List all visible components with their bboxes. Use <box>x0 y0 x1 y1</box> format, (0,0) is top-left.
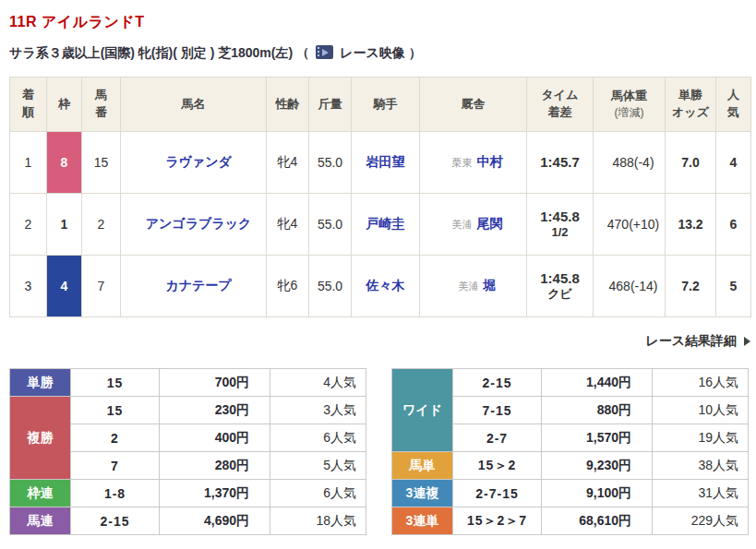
combo: 7 <box>71 452 160 480</box>
payout-popularity: 229人気 <box>653 507 749 535</box>
video-play-icon <box>316 45 333 59</box>
region-label: 美浦 <box>459 280 479 292</box>
jockey-cell: 佐々木 <box>352 256 420 317</box>
bet-type-umatan: 馬単 <box>392 452 453 480</box>
payout-amount: 280円 <box>160 452 270 480</box>
horse-name-cell: アンゴラブラック <box>121 194 267 256</box>
jockey-cell: 戸崎圭 <box>352 194 420 256</box>
finish-position: 3 <box>10 256 47 317</box>
chevron-right-icon <box>744 337 750 346</box>
race-results-table: 着順 枠 馬番 馬名 性齢 斤量 騎手 厩舎 タイム着差 馬体重(増減) 単勝オ… <box>9 77 751 317</box>
col-header-popularity: 人気 <box>716 78 751 132</box>
bet-type-umaren: 馬連 <box>10 507 71 535</box>
col-header-win-odds: 単勝オッズ <box>666 78 716 132</box>
payout-popularity: 6人気 <box>270 424 366 452</box>
jockey-link[interactable]: 佐々木 <box>366 278 405 292</box>
detail-link-row: レース結果詳細 <box>9 332 750 350</box>
waku-badge: 1 <box>47 194 82 256</box>
carried-weight: 55.0 <box>309 132 352 194</box>
body-weight: 488(-4) <box>594 132 666 194</box>
time-margin-cell: 1:45.7 <box>527 132 594 194</box>
bet-type-wakuren: 枠連 <box>10 480 71 507</box>
region-label: 栗東 <box>452 157 473 168</box>
col-header-jockey: 騎手 <box>352 78 420 132</box>
payout-row-umaren: 馬連 2-15 4,690円 18人気 <box>10 507 366 535</box>
payout-row-sanrenpuku: 3連複 2-7-15 9,100円 31人気 <box>392 480 749 507</box>
bet-type-tansho: 単勝 <box>10 369 71 397</box>
payout-amount: 1,570円 <box>542 424 653 452</box>
waku-badge: 4 <box>47 256 82 317</box>
payout-popularity: 16人気 <box>653 369 749 397</box>
win-odds: 7.0 <box>666 132 716 194</box>
payout-popularity: 6人気 <box>270 480 366 507</box>
result-row-1: 1 8 15 ラヴァンダ 牝4 55.0 岩田望 栗東中村 1:45.7 488… <box>10 132 751 194</box>
bet-type-fukusho: 複勝 <box>10 397 71 480</box>
trainer-link[interactable]: 中村 <box>477 154 503 169</box>
win-odds: 7.2 <box>666 256 716 317</box>
col-header-body-weight: 馬体重(増減) <box>594 78 666 132</box>
waku-badge: 8 <box>47 132 82 194</box>
payout-popularity: 5人気 <box>270 452 366 480</box>
results-header-row: 着順 枠 馬番 馬名 性齢 斤量 騎手 厩舎 タイム着差 馬体重(増減) 単勝オ… <box>10 78 751 132</box>
col-header-finish: 着順 <box>10 78 47 132</box>
combo: 2 <box>71 424 160 452</box>
region-label: 美浦 <box>452 219 473 230</box>
combo: 2-15 <box>453 369 542 397</box>
bet-type-wide: ワイド <box>392 369 453 452</box>
combo: 15 <box>71 369 160 397</box>
col-header-stable: 厩舎 <box>420 78 527 132</box>
payout-amount: 68,610円 <box>542 507 653 535</box>
col-header-time-margin: タイム着差 <box>527 78 594 132</box>
col-header-horse-number: 馬番 <box>82 78 121 132</box>
race-conditions-row: サラ系３歳以上(国際) 牝(指)( 別定 ) 芝1800m(左) （ レース映像… <box>9 45 749 62</box>
horse-name-link[interactable]: ラヴァンダ <box>165 154 232 169</box>
paren-close: ） <box>409 45 422 62</box>
payout-amount: 4,690円 <box>160 507 270 535</box>
payout-row-tansho: 単勝 15 700円 4人気 <box>10 369 366 397</box>
horse-name-link[interactable]: カナテープ <box>165 278 231 292</box>
stable-cell: 美浦尾関 <box>420 194 527 256</box>
col-header-horse-name: 馬名 <box>121 78 267 132</box>
race-video-link[interactable] <box>313 45 336 62</box>
trainer-link[interactable]: 堀 <box>484 278 497 292</box>
payout-amount: 1,370円 <box>160 480 270 507</box>
horse-name-link[interactable]: アンゴラブラック <box>146 216 252 231</box>
race-conditions-text: サラ系３歳以上(国際) 牝(指)( 別定 ) 芝1800m(左) <box>9 45 293 62</box>
combo: 15＞2 <box>453 452 542 480</box>
stable-cell: 美浦堀 <box>420 256 527 317</box>
jockey-link[interactable]: 岩田望 <box>366 154 405 169</box>
finish-position: 1 <box>10 132 47 194</box>
horse-number: 15 <box>82 132 121 194</box>
col-header-sex-age: 性齢 <box>267 78 309 132</box>
race-result-detail-link[interactable]: レース結果詳細 <box>645 333 750 350</box>
payout-amount: 9,230円 <box>542 452 653 480</box>
payout-popularity: 31人気 <box>653 480 749 507</box>
payout-amount: 700円 <box>160 369 270 397</box>
sex-age: 牝4 <box>267 194 309 256</box>
trainer-link[interactable]: 尾関 <box>477 216 503 231</box>
stable-cell: 栗東中村 <box>420 132 527 194</box>
time-margin-cell: 1:45.8クビ <box>527 256 594 317</box>
payout-amount: 230円 <box>160 397 270 424</box>
jockey-link[interactable]: 戸崎圭 <box>366 216 405 231</box>
paren-open: （ <box>296 45 309 62</box>
race-video-label[interactable]: レース映像 <box>340 45 405 62</box>
combo: 2-7-15 <box>453 480 542 507</box>
result-row-2: 2 1 2 アンゴラブラック 牝4 55.0 戸崎圭 美浦尾関 1:45.81/… <box>10 194 751 256</box>
bet-type-sanrenpuku: 3連複 <box>392 480 453 507</box>
payout-row-wakuren: 枠連 1-8 1,370円 6人気 <box>10 480 366 507</box>
payout-table-right: ワイド 2-15 1,440円 16人気 7-15 880円 10人気 2-7 … <box>391 368 749 535</box>
combo: 15＞2＞7 <box>453 507 542 535</box>
body-weight: 470(+10) <box>594 194 666 256</box>
payout-row-wide-1: ワイド 2-15 1,440円 16人気 <box>392 369 749 397</box>
win-odds: 13.2 <box>666 194 716 256</box>
sex-age: 牝6 <box>267 256 309 317</box>
carried-weight: 55.0 <box>309 256 352 317</box>
payout-section: 単勝 15 700円 4人気 複勝 15 230円 3人気 2 400円 6人気 <box>9 368 749 535</box>
result-row-3: 3 4 7 カナテープ 牝6 55.0 佐々木 美浦堀 1:45.8クビ 468… <box>10 256 751 317</box>
horse-number: 2 <box>82 194 121 256</box>
payout-amount: 1,440円 <box>542 369 653 397</box>
bet-type-sanrentan: 3連単 <box>392 507 453 535</box>
payout-popularity: 18人気 <box>270 507 366 535</box>
payout-amount: 9,100円 <box>542 480 653 507</box>
